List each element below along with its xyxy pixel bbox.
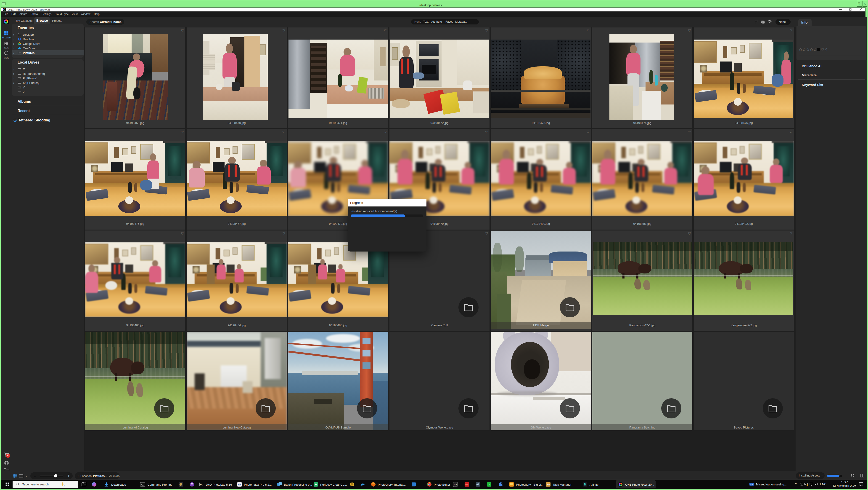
svg-text:PDF: PDF (465, 484, 469, 486)
svg-text:LH: LH (488, 483, 490, 486)
svg-text:PL: PL (200, 483, 204, 486)
svg-text:MV: MV (454, 483, 457, 486)
